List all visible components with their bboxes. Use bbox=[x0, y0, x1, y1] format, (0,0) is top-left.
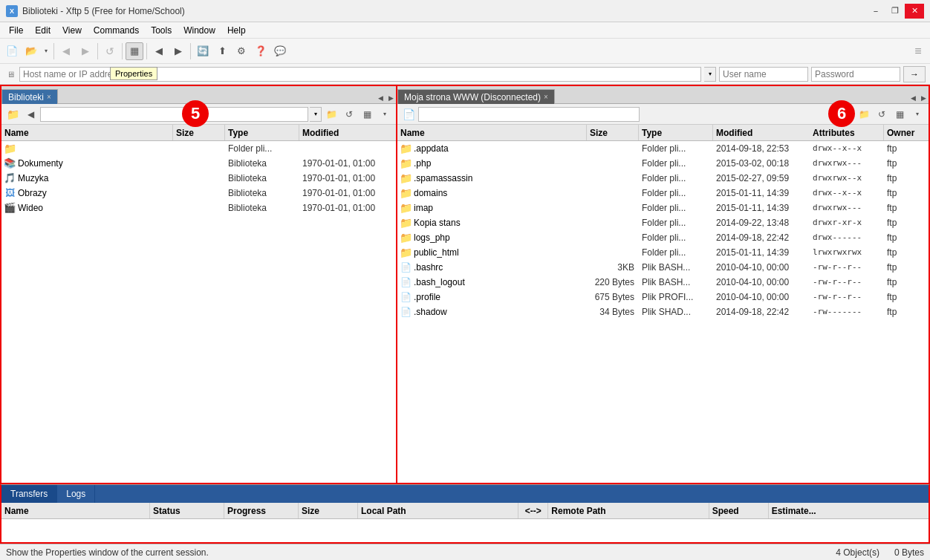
right-row-7[interactable]: 📁 public_html Folder pli... 2015-01-11, … bbox=[397, 245, 929, 260]
right-row-6[interactable]: 📁 logs_php Folder pli... 2014-09-18, 22:… bbox=[397, 230, 929, 245]
right-row-11[interactable]: 📄 .shadow 34 Bytes Plik SHAD... 2014-09-… bbox=[397, 305, 929, 319]
right-col-owner[interactable]: Owner bbox=[884, 125, 929, 140]
left-col-modified[interactable]: Modified bbox=[299, 125, 396, 140]
left-row-4[interactable]: 🎬 Wideo Biblioteka 1970-01-01, 01:00 bbox=[1, 201, 396, 215]
menu-view[interactable]: View bbox=[56, 24, 88, 37]
right-row-2-attrs: drwxrwx--x bbox=[810, 173, 884, 183]
th-remote[interactable]: Remote Path bbox=[548, 503, 709, 518]
right-new-folder[interactable]: 📁 bbox=[856, 107, 872, 122]
settings-button[interactable]: ⚙ bbox=[232, 42, 250, 60]
right-row-9[interactable]: 📄 .bash_logout 220 Bytes Plik BASH... 20… bbox=[397, 275, 929, 290]
th-local[interactable]: Local Path bbox=[358, 503, 518, 518]
right-col-attrs[interactable]: Attributes bbox=[810, 125, 884, 140]
right-tab-prev[interactable]: ◀ bbox=[908, 93, 918, 103]
open-button[interactable]: 📂 bbox=[22, 42, 40, 60]
left-row-2-type: Biblioteka bbox=[225, 173, 299, 183]
left-new-folder[interactable]: 📁 bbox=[323, 107, 339, 122]
th-speed[interactable]: Speed bbox=[709, 503, 769, 518]
menu-help[interactable]: Help bbox=[221, 24, 252, 37]
right-row-10[interactable]: 📄 .profile 675 Bytes Plik PROFI... 2010-… bbox=[397, 290, 929, 305]
back-button: ◀ bbox=[57, 42, 75, 60]
left-refresh[interactable]: ↺ bbox=[341, 107, 357, 122]
right-row-8[interactable]: 📄 .bashrc 3KB Plik BASH... 2010-04-10, 0… bbox=[397, 260, 929, 275]
back2-button[interactable]: ◀ bbox=[150, 42, 168, 60]
th-size[interactable]: Size bbox=[299, 503, 358, 518]
right-row-4-name: imap bbox=[414, 203, 587, 213]
right-path-input[interactable]: / bbox=[418, 107, 640, 122]
right-row-0-modified: 2014-09-18, 22:53 bbox=[713, 143, 810, 154]
connect-button[interactable]: → bbox=[903, 66, 926, 82]
menu-file[interactable]: File bbox=[3, 24, 29, 37]
left-row-1[interactable]: 📚 Dokumenty Biblioteka 1970-01-01, 01:00 bbox=[1, 156, 396, 171]
right-tab-nav: ◀ ▶ bbox=[908, 93, 929, 103]
right-panel: Moja strona WWW (Disconnected) × ◀ ▶ 📄 /… bbox=[397, 86, 930, 484]
left-col-size[interactable]: Size bbox=[173, 125, 225, 140]
right-tab-next[interactable]: ▶ bbox=[918, 93, 929, 103]
right-row-3-owner: ftp bbox=[884, 188, 929, 198]
help-button[interactable]: ❓ bbox=[252, 42, 270, 60]
left-path-dropdown[interactable]: ▾ bbox=[310, 107, 322, 122]
right-row-1[interactable]: 📁 .php Folder pli... 2015-03-02, 00:18 d… bbox=[397, 156, 929, 171]
th-progress[interactable]: Progress bbox=[224, 503, 299, 518]
right-row-10-icon: 📄 bbox=[399, 290, 412, 304]
left-tab-biblioteki[interactable]: Biblioteki × bbox=[1, 89, 58, 104]
logs-tab[interactable]: Logs bbox=[57, 485, 95, 503]
left-path-back[interactable]: ◀ bbox=[22, 107, 39, 122]
monitor-button[interactable]: ▦ bbox=[126, 42, 143, 60]
left-row-0-icon: 📁 bbox=[3, 142, 16, 155]
menu-window[interactable]: Window bbox=[178, 24, 221, 37]
password-input[interactable] bbox=[811, 67, 900, 82]
username-input[interactable] bbox=[719, 67, 808, 82]
right-row-0-attrs: drwx--x--x bbox=[810, 143, 884, 153]
left-tab-prev[interactable]: ◀ bbox=[375, 93, 386, 103]
restore-button[interactable]: ❐ bbox=[885, 4, 905, 19]
th-status[interactable]: Status bbox=[150, 503, 224, 518]
menu-edit[interactable]: Edit bbox=[29, 24, 56, 37]
th-estimate[interactable]: Estimate... bbox=[769, 503, 929, 518]
right-refresh[interactable]: ↺ bbox=[874, 107, 890, 122]
open-dropdown-button[interactable]: ▾ bbox=[42, 42, 51, 60]
right-row-6-modified: 2014-09-18, 22:42 bbox=[713, 232, 810, 243]
menu-tools[interactable]: Tools bbox=[145, 24, 178, 37]
left-col-type[interactable]: Type bbox=[225, 125, 299, 140]
left-tab-next[interactable]: ▶ bbox=[386, 93, 396, 103]
left-view-dropdown[interactable]: ▾ bbox=[377, 107, 393, 122]
right-tab-moja[interactable]: Moja strona WWW (Disconnected) × bbox=[397, 89, 555, 104]
left-row-0[interactable]: 📁 Folder pli... bbox=[1, 141, 396, 156]
right-row-7-type: Folder pli... bbox=[639, 247, 713, 258]
left-path-input[interactable]: Biblioteki bbox=[40, 107, 308, 122]
upload-button[interactable]: ⬆ bbox=[213, 42, 231, 60]
sync-button[interactable]: 🔄 bbox=[194, 42, 212, 60]
right-row-4[interactable]: 📁 imap Folder pli... 2015-01-11, 14:39 d… bbox=[397, 201, 929, 215]
right-row-3[interactable]: 📁 domains Folder pli... 2015-01-11, 14:3… bbox=[397, 186, 929, 201]
th-name[interactable]: Name bbox=[1, 503, 150, 518]
right-file-list: 📁 .appdata Folder pli... 2014-09-18, 22:… bbox=[397, 141, 929, 483]
extra-button[interactable]: ≡ bbox=[909, 42, 927, 60]
menu-commands[interactable]: Commands bbox=[88, 24, 145, 37]
left-row-2[interactable]: 🎵 Muzyka Biblioteka 1970-01-01, 01:00 bbox=[1, 171, 396, 186]
left-folder-icon: 📁 bbox=[4, 107, 21, 122]
right-row-7-modified: 2015-01-11, 14:39 bbox=[713, 247, 810, 258]
forward2-button[interactable]: ▶ bbox=[169, 42, 187, 60]
host-dropdown[interactable]: ▾ bbox=[704, 67, 716, 82]
right-col-type[interactable]: Type bbox=[639, 125, 713, 140]
right-row-5[interactable]: 📁 Kopia stans Folder pli... 2014-09-22, … bbox=[397, 215, 929, 230]
left-view-options[interactable]: ▦ bbox=[359, 107, 375, 122]
right-view-dropdown[interactable]: ▾ bbox=[909, 107, 926, 122]
left-row-3[interactable]: 🖼 Obrazy Biblioteka 1970-01-01, 01:00 bbox=[1, 186, 396, 201]
new-session-button[interactable]: 📄 bbox=[3, 42, 21, 60]
right-col-size[interactable]: Size bbox=[587, 125, 639, 140]
right-row-2[interactable]: 📁 .spamassassin Folder pli... 2015-02-27… bbox=[397, 171, 929, 186]
transfers-tab[interactable]: Transfers bbox=[1, 485, 57, 503]
chat-button[interactable]: 💬 bbox=[271, 42, 289, 60]
minimize-button[interactable]: − bbox=[866, 4, 885, 19]
left-tab-close[interactable]: × bbox=[47, 93, 51, 101]
right-col-name[interactable]: Name bbox=[397, 125, 587, 140]
right-view-options[interactable]: ▦ bbox=[891, 107, 908, 122]
right-row-0[interactable]: 📁 .appdata Folder pli... 2014-09-18, 22:… bbox=[397, 141, 929, 156]
right-col-modified[interactable]: Modified bbox=[713, 125, 810, 140]
left-col-name[interactable]: Name bbox=[1, 125, 173, 140]
right-tab-close[interactable]: × bbox=[544, 93, 548, 101]
right-row-9-attrs: -rw-r--r-- bbox=[810, 277, 884, 287]
close-button[interactable]: ✕ bbox=[905, 4, 924, 19]
